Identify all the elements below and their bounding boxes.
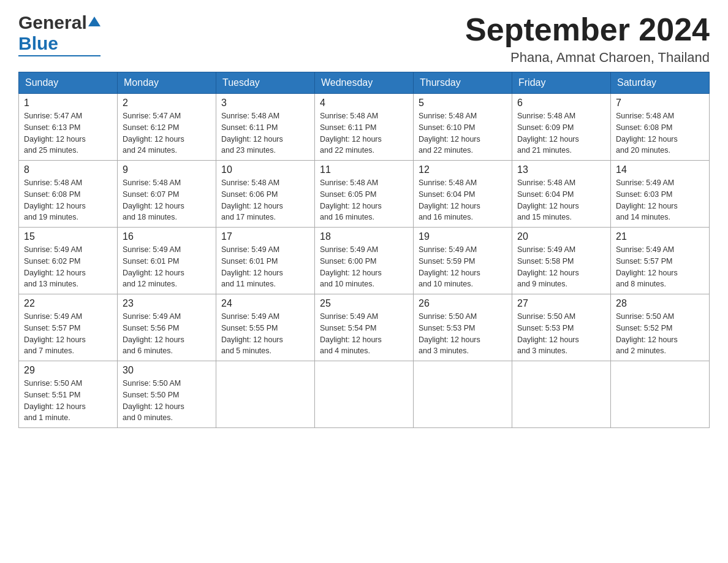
day-number: 29 xyxy=(24,365,112,376)
day-info: Sunrise: 5:48 AMSunset: 6:10 PMDaylight:… xyxy=(419,110,507,156)
day-info: Sunrise: 5:48 AMSunset: 6:08 PMDaylight:… xyxy=(24,177,112,223)
calendar-cell: 26 Sunrise: 5:50 AMSunset: 5:53 PMDaylig… xyxy=(414,294,512,361)
page-header: General Blue September 2024 Phana, Amnat… xyxy=(18,12,710,66)
day-info: Sunrise: 5:47 AMSunset: 6:13 PMDaylight:… xyxy=(24,110,112,156)
day-number: 16 xyxy=(123,231,211,242)
day-info: Sunrise: 5:49 AMSunset: 6:01 PMDaylight:… xyxy=(221,244,309,290)
calendar-cell xyxy=(512,361,611,428)
day-number: 27 xyxy=(517,298,605,309)
calendar-header-friday: Friday xyxy=(512,72,611,94)
day-number: 12 xyxy=(419,164,507,175)
day-info: Sunrise: 5:48 AMSunset: 6:04 PMDaylight:… xyxy=(419,177,507,223)
calendar-week-5: 29 Sunrise: 5:50 AMSunset: 5:51 PMDaylig… xyxy=(19,361,710,428)
calendar-table: SundayMondayTuesdayWednesdayThursdayFrid… xyxy=(18,72,710,428)
day-number: 10 xyxy=(221,164,309,175)
day-info: Sunrise: 5:50 AMSunset: 5:53 PMDaylight:… xyxy=(517,311,605,357)
day-number: 3 xyxy=(221,98,309,109)
day-info: Sunrise: 5:49 AMSunset: 6:01 PMDaylight:… xyxy=(123,244,211,290)
calendar-cell xyxy=(315,361,414,428)
day-number: 7 xyxy=(616,98,704,109)
title-section: September 2024 Phana, Amnat Charoen, Tha… xyxy=(465,12,710,66)
calendar-cell: 15 Sunrise: 5:49 AMSunset: 6:02 PMDaylig… xyxy=(19,228,118,294)
day-info: Sunrise: 5:49 AMSunset: 5:56 PMDaylight:… xyxy=(123,311,211,357)
day-info: Sunrise: 5:50 AMSunset: 5:51 PMDaylight:… xyxy=(24,378,112,424)
day-number: 1 xyxy=(24,98,112,109)
calendar-header-wednesday: Wednesday xyxy=(315,72,414,94)
day-number: 14 xyxy=(616,164,704,175)
calendar-week-1: 1 Sunrise: 5:47 AMSunset: 6:13 PMDayligh… xyxy=(19,94,710,161)
day-info: Sunrise: 5:49 AMSunset: 5:59 PMDaylight:… xyxy=(419,244,507,290)
subtitle: Phana, Amnat Charoen, Thailand xyxy=(465,50,710,66)
calendar-cell xyxy=(216,361,315,428)
day-info: Sunrise: 5:49 AMSunset: 5:58 PMDaylight:… xyxy=(517,244,605,290)
day-number: 11 xyxy=(320,164,408,175)
calendar-cell: 12 Sunrise: 5:48 AMSunset: 6:04 PMDaylig… xyxy=(414,161,512,228)
calendar-cell: 21 Sunrise: 5:49 AMSunset: 5:57 PMDaylig… xyxy=(611,228,710,294)
calendar-cell: 13 Sunrise: 5:48 AMSunset: 6:04 PMDaylig… xyxy=(512,161,611,228)
logo-general-text: General xyxy=(18,12,87,33)
calendar-cell: 3 Sunrise: 5:48 AMSunset: 6:11 PMDayligh… xyxy=(216,94,315,161)
day-number: 9 xyxy=(123,164,211,175)
logo: General Blue xyxy=(18,12,100,56)
day-info: Sunrise: 5:50 AMSunset: 5:50 PMDaylight:… xyxy=(123,378,211,424)
day-info: Sunrise: 5:49 AMSunset: 6:02 PMDaylight:… xyxy=(24,244,112,290)
main-title: September 2024 xyxy=(465,12,710,47)
calendar-week-2: 8 Sunrise: 5:48 AMSunset: 6:08 PMDayligh… xyxy=(19,161,710,228)
calendar-cell: 19 Sunrise: 5:49 AMSunset: 5:59 PMDaylig… xyxy=(414,228,512,294)
day-info: Sunrise: 5:48 AMSunset: 6:08 PMDaylight:… xyxy=(616,110,704,156)
calendar-cell: 20 Sunrise: 5:49 AMSunset: 5:58 PMDaylig… xyxy=(512,228,611,294)
day-info: Sunrise: 5:49 AMSunset: 5:55 PMDaylight:… xyxy=(221,311,309,357)
day-info: Sunrise: 5:48 AMSunset: 6:06 PMDaylight:… xyxy=(221,177,309,223)
day-info: Sunrise: 5:49 AMSunset: 6:00 PMDaylight:… xyxy=(320,244,408,290)
calendar-cell: 4 Sunrise: 5:48 AMSunset: 6:11 PMDayligh… xyxy=(315,94,414,161)
calendar-cell: 9 Sunrise: 5:48 AMSunset: 6:07 PMDayligh… xyxy=(118,161,216,228)
day-number: 23 xyxy=(123,298,211,309)
day-number: 5 xyxy=(419,98,507,109)
calendar-week-4: 22 Sunrise: 5:49 AMSunset: 5:57 PMDaylig… xyxy=(19,294,710,361)
day-info: Sunrise: 5:47 AMSunset: 6:12 PMDaylight:… xyxy=(123,110,211,156)
day-info: Sunrise: 5:49 AMSunset: 5:57 PMDaylight:… xyxy=(616,244,704,290)
calendar-cell xyxy=(611,361,710,428)
calendar-cell: 8 Sunrise: 5:48 AMSunset: 6:08 PMDayligh… xyxy=(19,161,118,228)
calendar-cell: 23 Sunrise: 5:49 AMSunset: 5:56 PMDaylig… xyxy=(118,294,216,361)
calendar-cell: 30 Sunrise: 5:50 AMSunset: 5:50 PMDaylig… xyxy=(118,361,216,428)
day-number: 22 xyxy=(24,298,112,309)
calendar-week-3: 15 Sunrise: 5:49 AMSunset: 6:02 PMDaylig… xyxy=(19,228,710,294)
day-number: 15 xyxy=(24,231,112,242)
calendar-cell: 18 Sunrise: 5:49 AMSunset: 6:00 PMDaylig… xyxy=(315,228,414,294)
day-number: 19 xyxy=(419,231,507,242)
calendar-header-sunday: Sunday xyxy=(19,72,118,94)
calendar-cell: 29 Sunrise: 5:50 AMSunset: 5:51 PMDaylig… xyxy=(19,361,118,428)
calendar-header-monday: Monday xyxy=(118,72,216,94)
calendar-cell: 16 Sunrise: 5:49 AMSunset: 6:01 PMDaylig… xyxy=(118,228,216,294)
day-info: Sunrise: 5:48 AMSunset: 6:05 PMDaylight:… xyxy=(320,177,408,223)
logo-underline xyxy=(18,55,100,56)
calendar-cell: 6 Sunrise: 5:48 AMSunset: 6:09 PMDayligh… xyxy=(512,94,611,161)
day-info: Sunrise: 5:50 AMSunset: 5:52 PMDaylight:… xyxy=(616,311,704,357)
day-number: 24 xyxy=(221,298,309,309)
calendar-cell: 1 Sunrise: 5:47 AMSunset: 6:13 PMDayligh… xyxy=(19,94,118,161)
calendar-header-tuesday: Tuesday xyxy=(216,72,315,94)
calendar-cell: 17 Sunrise: 5:49 AMSunset: 6:01 PMDaylig… xyxy=(216,228,315,294)
day-info: Sunrise: 5:50 AMSunset: 5:53 PMDaylight:… xyxy=(419,311,507,357)
logo-blue-text: Blue xyxy=(18,33,58,54)
day-info: Sunrise: 5:48 AMSunset: 6:11 PMDaylight:… xyxy=(320,110,408,156)
calendar-header-thursday: Thursday xyxy=(414,72,512,94)
day-number: 26 xyxy=(419,298,507,309)
day-info: Sunrise: 5:49 AMSunset: 5:57 PMDaylight:… xyxy=(24,311,112,357)
day-number: 20 xyxy=(517,231,605,242)
day-number: 2 xyxy=(123,98,211,109)
day-number: 28 xyxy=(616,298,704,309)
calendar-cell: 11 Sunrise: 5:48 AMSunset: 6:05 PMDaylig… xyxy=(315,161,414,228)
calendar-cell: 22 Sunrise: 5:49 AMSunset: 5:57 PMDaylig… xyxy=(19,294,118,361)
day-info: Sunrise: 5:48 AMSunset: 6:04 PMDaylight:… xyxy=(517,177,605,223)
day-number: 21 xyxy=(616,231,704,242)
day-info: Sunrise: 5:48 AMSunset: 6:09 PMDaylight:… xyxy=(517,110,605,156)
calendar-cell: 28 Sunrise: 5:50 AMSunset: 5:52 PMDaylig… xyxy=(611,294,710,361)
calendar-cell: 27 Sunrise: 5:50 AMSunset: 5:53 PMDaylig… xyxy=(512,294,611,361)
calendar-cell xyxy=(414,361,512,428)
day-info: Sunrise: 5:49 AMSunset: 6:03 PMDaylight:… xyxy=(616,177,704,223)
day-number: 8 xyxy=(24,164,112,175)
day-number: 13 xyxy=(517,164,605,175)
day-number: 6 xyxy=(517,98,605,109)
